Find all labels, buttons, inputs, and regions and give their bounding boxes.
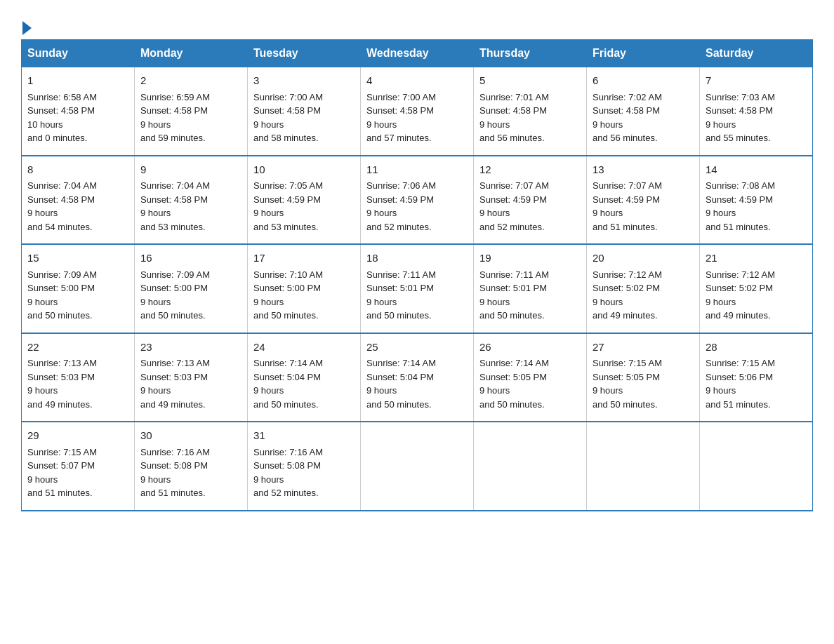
day-info: Sunrise: 7:05 AMSunset: 4:59 PM9 hoursan… [253, 179, 355, 234]
weekday-header-wednesday: Wednesday [361, 40, 474, 67]
day-number: 5 [479, 73, 581, 89]
day-number: 6 [593, 73, 694, 89]
calendar-cell: 10Sunrise: 7:05 AMSunset: 4:59 PM9 hours… [248, 156, 361, 245]
calendar-cell: 12Sunrise: 7:07 AMSunset: 4:59 PM9 hours… [474, 156, 587, 245]
day-info: Sunrise: 7:14 AMSunset: 5:04 PM9 hoursan… [253, 356, 355, 411]
day-number: 19 [479, 250, 581, 267]
day-number: 14 [706, 162, 807, 178]
calendar-cell: 14Sunrise: 7:08 AMSunset: 4:59 PM9 hours… [700, 156, 813, 245]
day-info: Sunrise: 7:16 AMSunset: 5:08 PM9 hoursan… [140, 445, 241, 500]
calendar-cell: 24Sunrise: 7:14 AMSunset: 5:04 PM9 hours… [248, 333, 361, 422]
calendar-cell: 22Sunrise: 7:13 AMSunset: 5:03 PM9 hours… [22, 333, 135, 422]
calendar-week-3: 15Sunrise: 7:09 AMSunset: 5:00 PM9 hours… [22, 244, 813, 333]
day-info: Sunrise: 7:04 AMSunset: 4:58 PM9 hoursan… [140, 179, 241, 234]
calendar-cell: 8Sunrise: 7:04 AMSunset: 4:58 PM9 hoursa… [22, 156, 135, 245]
day-info: Sunrise: 7:13 AMSunset: 5:03 PM9 hoursan… [27, 356, 128, 411]
day-info: Sunrise: 7:11 AMSunset: 5:01 PM9 hoursan… [479, 268, 581, 323]
calendar-cell [587, 422, 700, 511]
day-number: 4 [366, 73, 468, 89]
calendar-cell: 30Sunrise: 7:16 AMSunset: 5:08 PM9 hours… [135, 422, 248, 511]
day-number: 24 [253, 340, 355, 356]
day-info: Sunrise: 7:09 AMSunset: 5:00 PM9 hoursan… [27, 268, 128, 323]
calendar-cell: 5Sunrise: 7:01 AMSunset: 4:58 PM9 hoursa… [474, 67, 587, 156]
day-number: 1 [27, 73, 128, 89]
calendar-cell [700, 422, 813, 511]
calendar-body: 1Sunrise: 6:58 AMSunset: 4:58 PM10 hours… [22, 67, 813, 511]
calendar-cell: 25Sunrise: 7:14 AMSunset: 5:04 PM9 hours… [361, 333, 474, 422]
calendar-cell: 19Sunrise: 7:11 AMSunset: 5:01 PM9 hours… [474, 244, 587, 333]
day-number: 11 [366, 162, 468, 178]
calendar-cell: 11Sunrise: 7:06 AMSunset: 4:59 PM9 hours… [361, 156, 474, 245]
day-info: Sunrise: 6:58 AMSunset: 4:58 PM10 hoursa… [27, 90, 128, 145]
calendar-cell: 9Sunrise: 7:04 AMSunset: 4:58 PM9 hoursa… [135, 156, 248, 245]
day-info: Sunrise: 7:02 AMSunset: 4:58 PM9 hoursan… [593, 90, 694, 145]
day-number: 27 [593, 340, 694, 356]
calendar-cell: 23Sunrise: 7:13 AMSunset: 5:03 PM9 hours… [135, 333, 248, 422]
calendar-cell: 31Sunrise: 7:16 AMSunset: 5:08 PM9 hours… [248, 422, 361, 511]
day-number: 20 [593, 250, 694, 267]
day-info: Sunrise: 7:15 AMSunset: 5:06 PM9 hoursan… [706, 356, 807, 411]
day-number: 30 [140, 428, 241, 444]
logo [21, 14, 33, 32]
logo-arrow-icon [22, 21, 32, 35]
calendar-cell: 2Sunrise: 6:59 AMSunset: 4:58 PM9 hoursa… [135, 67, 248, 156]
day-info: Sunrise: 7:03 AMSunset: 4:58 PM9 hoursan… [706, 90, 807, 145]
day-number: 15 [27, 250, 128, 267]
weekday-header-monday: Monday [135, 40, 248, 67]
day-info: Sunrise: 7:00 AMSunset: 4:58 PM9 hoursan… [253, 90, 355, 145]
day-info: Sunrise: 7:14 AMSunset: 5:05 PM9 hoursan… [479, 356, 581, 411]
day-number: 29 [27, 428, 128, 444]
day-number: 31 [253, 428, 355, 444]
day-info: Sunrise: 7:15 AMSunset: 5:07 PM9 hoursan… [27, 445, 128, 500]
day-info: Sunrise: 7:12 AMSunset: 5:02 PM9 hoursan… [706, 268, 807, 323]
calendar-cell: 16Sunrise: 7:09 AMSunset: 5:00 PM9 hours… [135, 244, 248, 333]
calendar-cell: 18Sunrise: 7:11 AMSunset: 5:01 PM9 hours… [361, 244, 474, 333]
day-number: 2 [140, 73, 241, 89]
day-info: Sunrise: 7:11 AMSunset: 5:01 PM9 hoursan… [366, 268, 468, 323]
calendar-cell: 13Sunrise: 7:07 AMSunset: 4:59 PM9 hours… [587, 156, 700, 245]
day-number: 25 [366, 340, 468, 356]
day-info: Sunrise: 7:14 AMSunset: 5:04 PM9 hoursan… [366, 356, 468, 411]
day-number: 9 [140, 162, 241, 178]
day-info: Sunrise: 7:10 AMSunset: 5:00 PM9 hoursan… [253, 268, 355, 323]
day-number: 21 [706, 250, 807, 267]
day-info: Sunrise: 7:04 AMSunset: 4:58 PM9 hoursan… [27, 179, 128, 234]
weekday-header-tuesday: Tuesday [248, 40, 361, 67]
weekday-header-sunday: Sunday [22, 40, 135, 67]
day-number: 22 [27, 340, 128, 356]
calendar-cell: 26Sunrise: 7:14 AMSunset: 5:05 PM9 hours… [474, 333, 587, 422]
calendar-cell: 29Sunrise: 7:15 AMSunset: 5:07 PM9 hours… [22, 422, 135, 511]
day-info: Sunrise: 7:07 AMSunset: 4:59 PM9 hoursan… [479, 179, 581, 234]
calendar-cell: 6Sunrise: 7:02 AMSunset: 4:58 PM9 hoursa… [587, 67, 700, 156]
calendar-table: SundayMondayTuesdayWednesdayThursdayFrid… [21, 39, 813, 511]
calendar-week-2: 8Sunrise: 7:04 AMSunset: 4:58 PM9 hoursa… [22, 156, 813, 245]
day-info: Sunrise: 7:15 AMSunset: 5:05 PM9 hoursan… [593, 356, 694, 411]
day-info: Sunrise: 7:12 AMSunset: 5:02 PM9 hoursan… [593, 268, 694, 323]
day-number: 26 [479, 340, 581, 356]
calendar-cell: 20Sunrise: 7:12 AMSunset: 5:02 PM9 hours… [587, 244, 700, 333]
calendar-week-1: 1Sunrise: 6:58 AMSunset: 4:58 PM10 hours… [22, 67, 813, 156]
weekday-header-thursday: Thursday [474, 40, 587, 67]
day-info: Sunrise: 7:09 AMSunset: 5:00 PM9 hoursan… [140, 268, 241, 323]
day-number: 28 [706, 340, 807, 356]
day-info: Sunrise: 7:16 AMSunset: 5:08 PM9 hoursan… [253, 445, 355, 500]
calendar-cell: 7Sunrise: 7:03 AMSunset: 4:58 PM9 hoursa… [700, 67, 813, 156]
day-number: 13 [593, 162, 694, 178]
calendar-cell [474, 422, 587, 511]
weekday-header-friday: Friday [587, 40, 700, 67]
calendar-cell: 27Sunrise: 7:15 AMSunset: 5:05 PM9 hours… [587, 333, 700, 422]
day-number: 23 [140, 340, 241, 356]
day-info: Sunrise: 7:07 AMSunset: 4:59 PM9 hoursan… [593, 179, 694, 234]
day-number: 18 [366, 250, 468, 267]
calendar-cell: 15Sunrise: 7:09 AMSunset: 5:00 PM9 hours… [22, 244, 135, 333]
calendar-header: SundayMondayTuesdayWednesdayThursdayFrid… [22, 40, 813, 67]
calendar-cell: 4Sunrise: 7:00 AMSunset: 4:58 PM9 hoursa… [361, 67, 474, 156]
day-number: 12 [479, 162, 581, 178]
calendar-cell: 3Sunrise: 7:00 AMSunset: 4:58 PM9 hoursa… [248, 67, 361, 156]
day-info: Sunrise: 7:13 AMSunset: 5:03 PM9 hoursan… [140, 356, 241, 411]
day-number: 10 [253, 162, 355, 178]
day-number: 7 [706, 73, 807, 89]
calendar-cell [361, 422, 474, 511]
day-number: 17 [253, 250, 355, 267]
day-info: Sunrise: 6:59 AMSunset: 4:58 PM9 hoursan… [140, 90, 241, 145]
